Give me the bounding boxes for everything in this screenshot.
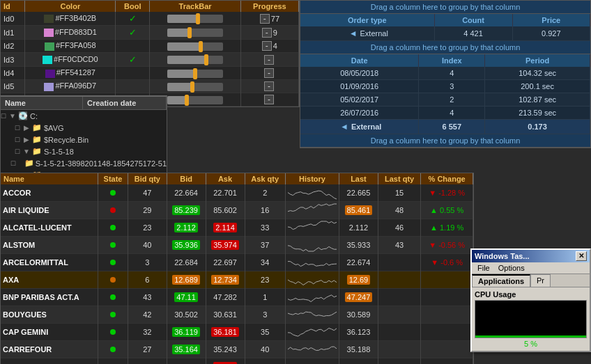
cell-change xyxy=(421,271,473,289)
trackbar-thumb[interactable] xyxy=(190,81,194,93)
state-indicator xyxy=(110,242,116,248)
list-item[interactable]: ☐▶📁$AVG xyxy=(1,122,167,134)
col-header-bid: Bid xyxy=(167,173,206,184)
trackbar[interactable] xyxy=(167,83,223,91)
cell-progress: -9 xyxy=(240,26,298,40)
state-indicator xyxy=(110,294,116,300)
trackbar[interactable] xyxy=(167,56,223,64)
sparkline-svg xyxy=(288,185,337,200)
tree-checkbox[interactable]: ☐ xyxy=(15,125,20,132)
color-swatch xyxy=(44,29,54,37)
tree-checkbox[interactable]: ☐ xyxy=(15,136,20,143)
bid-price: 47.11 xyxy=(174,292,198,302)
tree-checkbox[interactable]: ☐ xyxy=(15,148,20,155)
trackbar[interactable] xyxy=(167,96,223,104)
cell-bid: 22.664 xyxy=(167,184,206,202)
ask-price: 35.974 xyxy=(211,240,239,250)
cell-history xyxy=(285,237,339,254)
cell-bid-qty: 40 xyxy=(128,237,167,254)
tree-item-label: $Recycle.Bin xyxy=(44,136,89,144)
tree-toggle[interactable]: ▶ xyxy=(22,124,31,132)
table-row: 01/09/2016 3 200.1 sec xyxy=(300,80,590,93)
trackbar-thumb[interactable] xyxy=(193,68,197,79)
color-swatch xyxy=(43,56,52,64)
progress-minus-btn[interactable]: - xyxy=(264,95,274,104)
progress-minus-btn[interactable]: - xyxy=(264,81,274,91)
taskbar-menu-options[interactable]: Options xyxy=(494,263,529,273)
trackbar[interactable] xyxy=(167,70,223,78)
taskbar-menu-file[interactable]: File xyxy=(473,263,494,273)
expand-arrow[interactable]: ◄ xyxy=(337,120,351,133)
cell-bid: 35.164 xyxy=(167,341,206,358)
trackbar-thumb[interactable] xyxy=(187,27,192,38)
cell-index: 3 xyxy=(419,80,485,93)
cell-total-count: 6 557 xyxy=(419,120,485,134)
trackbar[interactable] xyxy=(167,29,223,37)
bid-price: 12.689 xyxy=(172,275,200,285)
list-item[interactable]: ☐▼📁S-1-5-18 xyxy=(1,145,167,157)
cell-state xyxy=(98,324,128,341)
cell-state xyxy=(98,358,128,365)
col-header-last: Last xyxy=(339,173,378,184)
cell-trackbar[interactable] xyxy=(150,40,241,53)
cell-ask-qty: 33 xyxy=(245,358,285,365)
last-price: 47.247 xyxy=(345,292,373,302)
cell-date: 05/02/2017 xyxy=(300,93,419,106)
order-table: Order type Count Price ◄External 4 421 0… xyxy=(300,14,590,41)
progress-minus-btn[interactable]: - xyxy=(264,68,274,78)
cell-bid-qty: 3 xyxy=(128,254,167,271)
color-swatch xyxy=(45,42,54,51)
cell-last-qty: 46 xyxy=(378,219,420,237)
trackbar-thumb[interactable] xyxy=(196,13,200,24)
sparkline-svg xyxy=(288,220,337,235)
tree-item-label: C: xyxy=(30,112,38,120)
cell-ask: 22.697 xyxy=(206,254,245,271)
progress-minus-btn[interactable]: - xyxy=(262,41,272,51)
cell-total-type: ◄External xyxy=(300,120,419,134)
cell-total-price: 0.173 xyxy=(485,120,590,134)
tree-toggle[interactable]: ▼ xyxy=(22,148,31,155)
cell-trackbar[interactable] xyxy=(150,53,241,67)
trackbar-thumb[interactable] xyxy=(204,54,208,65)
table-row: ALSTOM 40 35.936 35.974 37 35.933 43 ▼ -… xyxy=(1,237,473,254)
sparkline-svg xyxy=(288,203,337,218)
checkmark-icon: ✓ xyxy=(129,27,137,38)
tab-processes[interactable]: Pr xyxy=(530,274,551,287)
tree-toggle[interactable]: ▶ xyxy=(22,136,31,143)
cell-trackbar[interactable] xyxy=(150,80,241,93)
tab-applications[interactable]: Applications xyxy=(472,274,530,287)
trackbar[interactable] xyxy=(167,15,223,23)
taskbar-close-button[interactable]: ✕ xyxy=(576,251,587,261)
cell-index: 4 xyxy=(419,106,485,120)
progress-minus-btn[interactable]: - xyxy=(262,28,272,38)
list-item[interactable]: ☐▼💽C: xyxy=(1,110,167,122)
trackbar-thumb[interactable] xyxy=(199,41,203,52)
list-item[interactable]: ☐▶📁$Recycle.Bin xyxy=(1,134,167,145)
taskbar-tabs: Applications Pr xyxy=(472,274,590,287)
cell-last-qty xyxy=(378,289,420,306)
list-item[interactable]: ☐ 📁S-1-5-21-3898201148-1854275172-51 xyxy=(1,157,167,169)
cpu-usage-label: CPU Usage xyxy=(475,290,587,299)
table-row: Id5#FFA096D7 - xyxy=(1,80,299,93)
col-index: Index xyxy=(419,54,485,67)
folder-icon: 📁 xyxy=(24,159,34,168)
expand-arrow[interactable]: ◄ xyxy=(346,27,360,40)
cell-last-qty xyxy=(378,254,420,271)
progress-minus-btn[interactable]: - xyxy=(264,55,274,65)
tree-checkbox[interactable]: ☐ xyxy=(10,160,16,167)
cell-period: 200.1 sec xyxy=(485,80,590,93)
cpu-percent-label: 5 % xyxy=(475,340,587,348)
progress-minus-btn[interactable]: - xyxy=(260,14,270,24)
cell-trackbar[interactable] xyxy=(150,67,241,80)
trackbar[interactable] xyxy=(167,42,223,51)
cell-period: 102.87 sec xyxy=(485,93,590,106)
state-indicator xyxy=(110,207,116,213)
cell-name: BNP PARIBAS ACT.A xyxy=(1,289,98,306)
top-table-panel: Id Color Bool TrackBar Progress Id0#FF3B… xyxy=(0,0,300,107)
cell-ask: 22.701 xyxy=(206,184,245,202)
trackbar-thumb[interactable] xyxy=(185,95,189,106)
cell-trackbar[interactable] xyxy=(150,12,241,26)
tree-toggle[interactable]: ▼ xyxy=(8,112,17,120)
tree-checkbox[interactable]: ☐ xyxy=(1,113,6,120)
cell-trackbar[interactable] xyxy=(150,26,241,40)
